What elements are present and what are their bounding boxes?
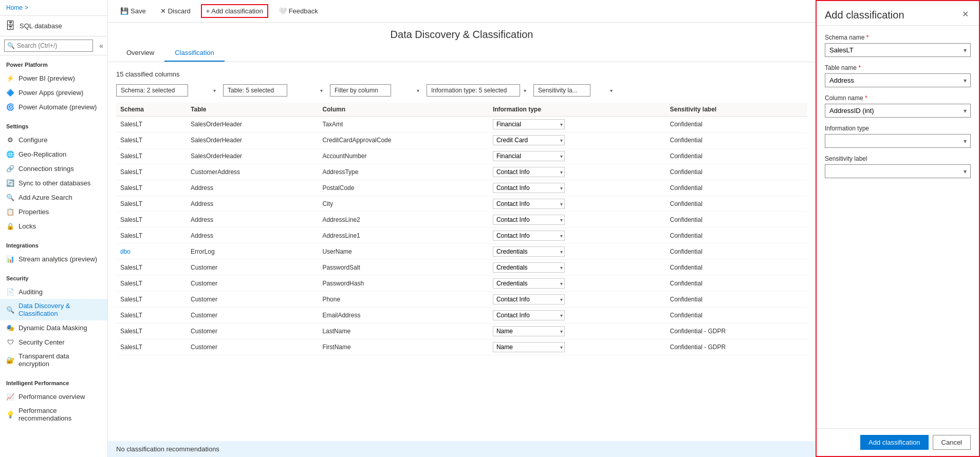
table-row: SalesLT SalesOrderHeader CreditCardAppro… [116,132,807,148]
schema-name-select[interactable]: SalesLT [825,43,971,57]
cell-table: SalesOrderHeader [187,117,318,132]
table-row: SalesLT SalesOrderHeader TaxAmt Financia… [116,117,807,132]
info-type-row-select[interactable]: Contact Info [493,183,565,193]
sensitivity-filter[interactable]: Sensitivity la... [533,84,590,97]
panel-add-classification-button[interactable]: Add classification [860,435,928,450]
schema-name-label: Schema name * [825,34,971,41]
cell-sensitivity: Confidential [665,117,807,132]
table-name-select[interactable]: Address [825,73,971,87]
cell-schema: SalesLT [116,228,187,244]
discard-icon: ✕ [160,7,166,15]
sidebar-item-stream-analytics[interactable]: 📊 Stream analytics (preview) [0,252,107,266]
sensitivity-label-cell: Confidential [670,232,702,239]
info-type-row-select[interactable]: Financial [493,151,565,161]
sidebar-item-connection-strings[interactable]: 🔗 Connection strings [0,161,107,176]
sidebar-item-locks[interactable]: 🔒 Locks [0,219,107,233]
info-type-row-select[interactable]: Credentials [493,262,565,273]
info-type-cell-wrap: Financial [493,151,565,161]
sidebar-item-auditing[interactable]: 📄 Auditing [0,284,107,299]
feedback-button[interactable]: 🤍 Feedback [274,5,322,17]
search-input[interactable] [4,40,93,52]
sidebar-item-tde[interactable]: 🔐 Transparent data encryption [0,349,107,371]
tab-classification[interactable]: Classification [164,45,225,62]
sidebar-item-azure-search[interactable]: 🔍 Add Azure Search [0,190,107,204]
discard-button[interactable]: ✕ Discard [156,5,195,17]
sidebar-item-data-discovery[interactable]: 🔍 Data Discovery & Classification [0,299,107,320]
sidebar-item-label-azure-search: Add Azure Search [19,194,72,201]
locks-icon: 🔒 [6,222,14,230]
content-area: 15 classified columns Schema: 2 selected… [108,62,816,441]
power-automate-icon: 🌀 [6,103,14,111]
sidebar-collapse-button[interactable]: « [99,42,103,50]
info-type-row-select[interactable]: Contact Info [493,294,565,304]
info-type-row-select[interactable]: Contact Info [493,310,565,320]
info-type-row-select[interactable]: Credentials [493,278,565,289]
sidebar-item-label-power-bi: Power BI (preview) [19,74,75,82]
cell-info-type: Credentials [489,276,666,292]
column-filter[interactable]: Filter by column [330,84,391,97]
cell-info-type: Name [489,323,666,339]
add-classification-button[interactable]: + Add classification [201,4,268,18]
info-type-row-select[interactable]: Contact Info [493,199,565,209]
sidebar-item-label-tde: Transparent data encryption [19,352,101,368]
sidebar-item-label-discovery: Data Discovery & Classification [19,302,101,317]
column-name-select[interactable]: AddressID (int) [825,104,971,118]
table-row: SalesLT Customer Phone Contact Info Conf… [116,292,807,308]
save-button[interactable]: 💾 Save [116,5,150,17]
cell-info-type: Contact Info [489,292,666,308]
stream-analytics-icon: 📊 [6,255,14,263]
cell-table: Customer [187,308,318,323]
table-filter[interactable]: Table: 5 selected [223,84,287,97]
info-type-row-select[interactable]: Contact Info [493,167,565,177]
info-type-cell-wrap: Credentials [493,246,565,257]
panel-cancel-button[interactable]: Cancel [933,435,971,450]
sidebar-item-geo-replication[interactable]: 🌐 Geo-Replication [0,147,107,161]
sidebar-item-power-bi[interactable]: ⚡ Power BI (preview) [0,71,107,85]
col-header-sensitivity: Sensitivity label [665,103,807,117]
sidebar-item-dynamic-masking[interactable]: 🎭 Dynamic Data Masking [0,320,107,335]
info-type-row-select[interactable]: Contact Info [493,231,565,241]
sidebar-section-title-perf: Intelligent Performance [0,377,107,389]
schema-filter[interactable]: Schema: 2 selected [116,84,188,97]
info-type-row-select[interactable]: Name [493,326,565,336]
sidebar-section-title-security: Security [0,272,107,284]
sidebar-item-label-conn: Connection strings [19,165,74,173]
table-row: SalesLT Address AddressLine2 Contact Inf… [116,212,807,228]
info-type-row-select[interactable]: Financial [493,119,565,129]
info-type-panel-select[interactable] [825,134,971,148]
info-type-row-select[interactable]: Credit Card [493,135,565,145]
cell-schema: SalesLT [116,196,187,212]
sidebar-item-perf-recommendations[interactable]: 💡 Performance recommendations [0,404,107,425]
cell-sensitivity: Confidential [665,180,807,196]
sidebar-item-properties[interactable]: 📋 Properties [0,204,107,219]
sidebar-item-security-center[interactable]: 🛡 Security Center [0,335,107,349]
tab-overview[interactable]: Overview [116,45,164,62]
sidebar-item-configure[interactable]: ⚙ Configure [0,132,107,147]
sync-icon: 🔄 [6,179,14,187]
breadcrumb-home[interactable]: Home [6,4,23,11]
info-type-filter[interactable]: Information type: 5 selected [427,84,520,97]
sidebar-item-perf-overview[interactable]: 📈 Performance overview [0,389,107,404]
info-type-row-select[interactable]: Name [493,342,565,352]
info-type-cell-wrap: Credentials [493,262,565,273]
sidebar-item-power-automate[interactable]: 🌀 Power Automate (preview) [0,100,107,114]
cell-column: EmailAddress [318,308,489,323]
sidebar-item-sync[interactable]: 🔄 Sync to other databases [0,176,107,190]
close-panel-button[interactable]: ✕ [960,9,971,19]
cell-sensitivity: Confidential [665,196,807,212]
sidebar-item-label-sync: Sync to other databases [19,179,90,187]
info-type-row-select[interactable]: Credentials [493,246,565,257]
sensitivity-label-panel-select[interactable] [825,164,971,178]
cell-table: Customer [187,323,318,339]
column-name-select-wrap: AddressID (int) [825,104,971,118]
sidebar-item-label-geo: Geo-Replication [19,150,66,158]
info-type-cell-wrap: Name [493,326,565,336]
sidebar-item-power-apps[interactable]: 🔷 Power Apps (preview) [0,85,107,100]
sidebar-item-label-auditing: Auditing [19,288,43,296]
info-type-row-select[interactable]: Contact Info [493,215,565,225]
cell-column: LastName [318,323,489,339]
cell-info-type: Contact Info [489,308,666,323]
cell-sensitivity: Confidential [665,276,807,292]
cell-column: City [318,196,489,212]
cell-info-type: Credentials [489,260,666,276]
